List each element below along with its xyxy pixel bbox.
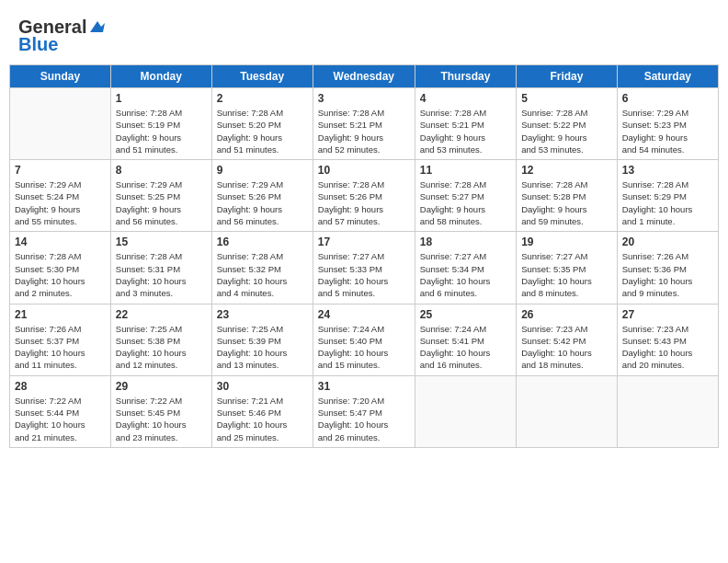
day-info: Sunrise: 7:29 AM Sunset: 5:26 PM Dayligh… xyxy=(217,178,308,227)
page-header: General Blue xyxy=(9,9,719,59)
day-info: Sunrise: 7:29 AM Sunset: 5:23 PM Dayligh… xyxy=(622,107,713,155)
day-info: Sunrise: 7:22 AM Sunset: 5:44 PM Dayligh… xyxy=(15,395,106,443)
weekday-header-friday: Friday xyxy=(517,65,618,88)
calendar-cell: 28Sunrise: 7:22 AM Sunset: 5:44 PM Dayli… xyxy=(10,375,111,447)
day-number: 1 xyxy=(116,92,207,105)
day-info: Sunrise: 7:27 AM Sunset: 5:33 PM Dayligh… xyxy=(318,250,410,299)
day-number: 22 xyxy=(116,308,207,321)
day-number: 27 xyxy=(622,308,713,321)
calendar-cell: 2Sunrise: 7:28 AM Sunset: 5:20 PM Daylig… xyxy=(211,88,313,160)
day-info: Sunrise: 7:27 AM Sunset: 5:34 PM Dayligh… xyxy=(420,250,511,299)
day-number: 28 xyxy=(15,380,106,393)
calendar-cell: 18Sunrise: 7:27 AM Sunset: 5:34 PM Dayli… xyxy=(415,232,516,304)
day-number: 14 xyxy=(15,236,106,248)
day-number: 12 xyxy=(521,164,612,177)
day-info: Sunrise: 7:23 AM Sunset: 5:42 PM Dayligh… xyxy=(521,323,612,372)
day-info: Sunrise: 7:20 AM Sunset: 5:47 PM Dayligh… xyxy=(318,395,410,443)
day-info: Sunrise: 7:28 AM Sunset: 5:29 PM Dayligh… xyxy=(622,178,713,227)
day-info: Sunrise: 7:22 AM Sunset: 5:45 PM Dayligh… xyxy=(116,395,207,443)
calendar-cell: 10Sunrise: 7:28 AM Sunset: 5:26 PM Dayli… xyxy=(313,160,415,232)
day-info: Sunrise: 7:29 AM Sunset: 5:25 PM Dayligh… xyxy=(116,178,207,227)
day-number: 16 xyxy=(217,236,308,248)
calendar-cell: 17Sunrise: 7:27 AM Sunset: 5:33 PM Dayli… xyxy=(313,232,415,304)
calendar-cell: 4Sunrise: 7:28 AM Sunset: 5:21 PM Daylig… xyxy=(415,88,516,160)
calendar-cell: 19Sunrise: 7:27 AM Sunset: 5:35 PM Dayli… xyxy=(517,232,618,304)
weekday-header-saturday: Saturday xyxy=(617,65,718,88)
logo-blue-text: Blue xyxy=(18,34,58,55)
day-number: 4 xyxy=(420,92,511,105)
day-info: Sunrise: 7:29 AM Sunset: 5:24 PM Dayligh… xyxy=(15,178,106,227)
day-info: Sunrise: 7:25 AM Sunset: 5:38 PM Dayligh… xyxy=(116,323,207,372)
calendar-cell: 6Sunrise: 7:29 AM Sunset: 5:23 PM Daylig… xyxy=(617,88,718,160)
calendar-cell: 21Sunrise: 7:26 AM Sunset: 5:37 PM Dayli… xyxy=(10,304,111,375)
day-info: Sunrise: 7:28 AM Sunset: 5:31 PM Dayligh… xyxy=(116,250,207,299)
day-number: 17 xyxy=(318,236,410,248)
calendar-cell: 9Sunrise: 7:29 AM Sunset: 5:26 PM Daylig… xyxy=(211,160,313,232)
day-number: 9 xyxy=(217,164,308,177)
svg-marker-0 xyxy=(90,21,105,32)
calendar-cell: 3Sunrise: 7:28 AM Sunset: 5:21 PM Daylig… xyxy=(313,88,415,160)
day-number: 20 xyxy=(622,236,713,248)
day-number: 2 xyxy=(217,92,308,105)
day-number: 7 xyxy=(15,164,106,177)
weekday-header-thursday: Thursday xyxy=(415,65,516,88)
day-number: 3 xyxy=(318,92,410,105)
weekday-header-sunday: Sunday xyxy=(10,65,111,88)
calendar-cell: 23Sunrise: 7:25 AM Sunset: 5:39 PM Dayli… xyxy=(211,304,313,375)
day-info: Sunrise: 7:21 AM Sunset: 5:46 PM Dayligh… xyxy=(217,395,308,443)
calendar-cell: 27Sunrise: 7:23 AM Sunset: 5:43 PM Dayli… xyxy=(617,304,718,375)
day-number: 5 xyxy=(521,92,612,105)
weekday-header-wednesday: Wednesday xyxy=(313,65,415,88)
day-info: Sunrise: 7:25 AM Sunset: 5:39 PM Dayligh… xyxy=(217,323,308,372)
calendar-cell: 8Sunrise: 7:29 AM Sunset: 5:25 PM Daylig… xyxy=(110,160,211,232)
calendar-cell: 7Sunrise: 7:29 AM Sunset: 5:24 PM Daylig… xyxy=(10,160,111,232)
calendar-cell: 13Sunrise: 7:28 AM Sunset: 5:29 PM Dayli… xyxy=(617,160,718,232)
day-number: 19 xyxy=(521,236,612,248)
calendar-cell xyxy=(517,375,618,447)
day-number: 29 xyxy=(116,380,207,393)
day-number: 15 xyxy=(116,236,207,248)
weekday-header-tuesday: Tuesday xyxy=(211,65,313,88)
calendar-cell: 24Sunrise: 7:24 AM Sunset: 5:40 PM Dayli… xyxy=(313,304,415,375)
calendar-cell: 25Sunrise: 7:24 AM Sunset: 5:41 PM Dayli… xyxy=(415,304,516,375)
day-info: Sunrise: 7:26 AM Sunset: 5:37 PM Dayligh… xyxy=(15,323,106,372)
calendar-cell: 29Sunrise: 7:22 AM Sunset: 5:45 PM Dayli… xyxy=(110,375,211,447)
day-info: Sunrise: 7:28 AM Sunset: 5:28 PM Dayligh… xyxy=(521,178,612,227)
calendar-cell: 31Sunrise: 7:20 AM Sunset: 5:47 PM Dayli… xyxy=(313,375,415,447)
weekday-header-monday: Monday xyxy=(110,65,211,88)
calendar-cell: 1Sunrise: 7:28 AM Sunset: 5:19 PM Daylig… xyxy=(110,88,211,160)
day-info: Sunrise: 7:28 AM Sunset: 5:30 PM Dayligh… xyxy=(15,250,106,299)
calendar-cell: 14Sunrise: 7:28 AM Sunset: 5:30 PM Dayli… xyxy=(10,232,111,304)
day-number: 18 xyxy=(420,236,511,248)
day-info: Sunrise: 7:26 AM Sunset: 5:36 PM Dayligh… xyxy=(622,250,713,299)
day-number: 25 xyxy=(420,308,511,321)
day-info: Sunrise: 7:27 AM Sunset: 5:35 PM Dayligh… xyxy=(521,250,612,299)
day-number: 11 xyxy=(420,164,511,177)
calendar-cell: 12Sunrise: 7:28 AM Sunset: 5:28 PM Dayli… xyxy=(517,160,618,232)
calendar-cell: 20Sunrise: 7:26 AM Sunset: 5:36 PM Dayli… xyxy=(617,232,718,304)
calendar-cell xyxy=(617,375,718,447)
day-number: 31 xyxy=(318,380,410,393)
day-info: Sunrise: 7:24 AM Sunset: 5:40 PM Dayligh… xyxy=(318,323,410,372)
day-info: Sunrise: 7:28 AM Sunset: 5:20 PM Dayligh… xyxy=(217,107,308,155)
calendar-cell: 5Sunrise: 7:28 AM Sunset: 5:22 PM Daylig… xyxy=(517,88,618,160)
logo-bird-icon xyxy=(88,19,105,36)
day-number: 21 xyxy=(15,308,106,321)
day-number: 24 xyxy=(318,308,410,321)
day-info: Sunrise: 7:24 AM Sunset: 5:41 PM Dayligh… xyxy=(420,323,511,372)
day-info: Sunrise: 7:28 AM Sunset: 5:27 PM Dayligh… xyxy=(420,178,511,227)
day-info: Sunrise: 7:28 AM Sunset: 5:21 PM Dayligh… xyxy=(318,107,410,155)
day-info: Sunrise: 7:28 AM Sunset: 5:19 PM Dayligh… xyxy=(116,107,207,155)
day-number: 10 xyxy=(318,164,410,177)
day-number: 6 xyxy=(622,92,713,105)
calendar-cell: 15Sunrise: 7:28 AM Sunset: 5:31 PM Dayli… xyxy=(110,232,211,304)
calendar-cell xyxy=(10,88,111,160)
logo: General Blue xyxy=(18,17,105,55)
day-info: Sunrise: 7:28 AM Sunset: 5:26 PM Dayligh… xyxy=(318,178,410,227)
day-number: 30 xyxy=(217,380,308,393)
day-info: Sunrise: 7:28 AM Sunset: 5:21 PM Dayligh… xyxy=(420,107,511,155)
calendar-cell: 11Sunrise: 7:28 AM Sunset: 5:27 PM Dayli… xyxy=(415,160,516,232)
calendar-cell: 26Sunrise: 7:23 AM Sunset: 5:42 PM Dayli… xyxy=(517,304,618,375)
calendar-cell: 30Sunrise: 7:21 AM Sunset: 5:46 PM Dayli… xyxy=(211,375,313,447)
day-info: Sunrise: 7:28 AM Sunset: 5:22 PM Dayligh… xyxy=(521,107,612,155)
